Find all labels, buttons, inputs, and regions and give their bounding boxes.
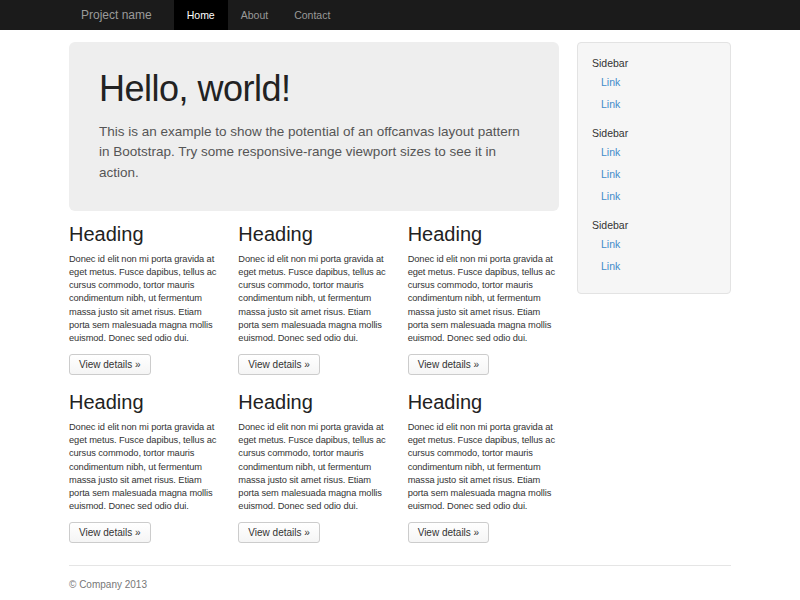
view-details-button[interactable]: View details » bbox=[69, 522, 151, 543]
main-column: Hello, world! This is an example to show… bbox=[69, 42, 559, 543]
sidebar-link[interactable]: Link bbox=[592, 141, 716, 163]
card-body-text: Donec id elit non mi porta gravida at eg… bbox=[238, 253, 389, 345]
sidebar-column: Sidebar Link Link Sidebar Link Link Link… bbox=[577, 42, 731, 294]
card-body-text: Donec id elit non mi porta gravida at eg… bbox=[69, 421, 220, 513]
sidebar-link[interactable]: Link bbox=[592, 163, 716, 185]
sidebar-heading: Sidebar bbox=[592, 219, 716, 231]
card-body-text: Donec id elit non mi porta gravida at eg… bbox=[408, 253, 559, 345]
card-body-text: Donec id elit non mi porta gravida at eg… bbox=[238, 421, 389, 513]
cards-grid: Heading Donec id elit non mi porta gravi… bbox=[69, 223, 559, 544]
sidebar-link[interactable]: Link bbox=[592, 185, 716, 207]
view-details-button[interactable]: View details » bbox=[238, 354, 320, 375]
copyright-text: © Company 2013 bbox=[69, 579, 731, 590]
sidebar-link[interactable]: Link bbox=[592, 255, 716, 277]
feature-card: Heading Donec id elit non mi porta gravi… bbox=[69, 223, 220, 375]
sidebar-heading: Sidebar bbox=[592, 127, 716, 139]
nav-item-about[interactable]: About bbox=[228, 0, 281, 30]
card-heading: Heading bbox=[69, 223, 220, 246]
nav-item-contact-label[interactable]: Contact bbox=[281, 0, 343, 30]
brand-link[interactable]: Project name bbox=[69, 0, 164, 30]
footer: © Company 2013 bbox=[69, 565, 731, 600]
card-heading: Heading bbox=[69, 391, 220, 414]
view-details-button[interactable]: View details » bbox=[408, 522, 490, 543]
feature-card: Heading Donec id elit non mi porta gravi… bbox=[69, 391, 220, 543]
nav-item-home[interactable]: Home bbox=[174, 0, 228, 30]
feature-card: Heading Donec id elit non mi porta gravi… bbox=[238, 223, 389, 375]
nav-item-home-label[interactable]: Home bbox=[174, 0, 228, 30]
feature-card: Heading Donec id elit non mi porta gravi… bbox=[408, 223, 559, 375]
content-row: Hello, world! This is an example to show… bbox=[69, 42, 731, 543]
sidebar-link[interactable]: Link bbox=[592, 93, 716, 115]
jumbotron-text: This is an example to show the potential… bbox=[99, 122, 529, 183]
sidebar-link[interactable]: Link bbox=[592, 71, 716, 93]
jumbotron-title: Hello, world! bbox=[99, 68, 529, 110]
card-heading: Heading bbox=[408, 223, 559, 246]
navbar: Project name Home About Contact bbox=[0, 0, 800, 30]
view-details-button[interactable]: View details » bbox=[408, 354, 490, 375]
sidebar-panel: Sidebar Link Link Sidebar Link Link Link… bbox=[577, 42, 731, 294]
card-heading: Heading bbox=[408, 391, 559, 414]
feature-card: Heading Donec id elit non mi porta gravi… bbox=[238, 391, 389, 543]
nav-item-contact[interactable]: Contact bbox=[281, 0, 343, 30]
sidebar-link[interactable]: Link bbox=[592, 233, 716, 255]
view-details-button[interactable]: View details » bbox=[238, 522, 320, 543]
card-body-text: Donec id elit non mi porta gravida at eg… bbox=[408, 421, 559, 513]
card-body-text: Donec id elit non mi porta gravida at eg… bbox=[69, 253, 220, 345]
nav-item-about-label[interactable]: About bbox=[228, 0, 281, 30]
nav-menu: Home About Contact bbox=[174, 0, 344, 30]
view-details-button[interactable]: View details » bbox=[69, 354, 151, 375]
sidebar-heading: Sidebar bbox=[592, 57, 716, 69]
card-heading: Heading bbox=[238, 223, 389, 246]
page-container: Hello, world! This is an example to show… bbox=[69, 42, 731, 600]
feature-card: Heading Donec id elit non mi porta gravi… bbox=[408, 391, 559, 543]
jumbotron: Hello, world! This is an example to show… bbox=[69, 42, 559, 211]
card-heading: Heading bbox=[238, 391, 389, 414]
